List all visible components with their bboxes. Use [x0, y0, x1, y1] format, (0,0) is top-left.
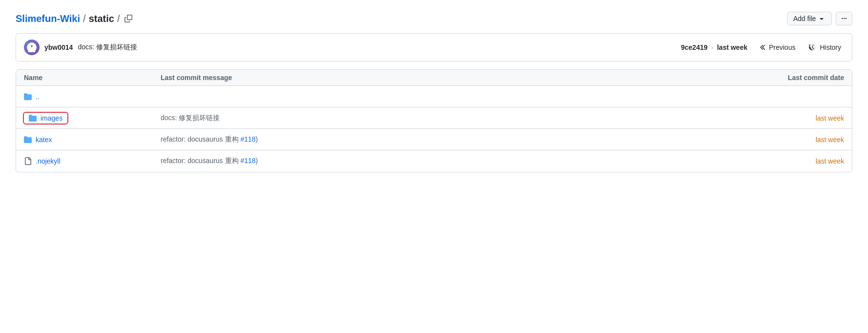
file-name-cell-highlighted: images [24, 112, 161, 125]
folder-icon [24, 136, 32, 144]
previous-label: Previous [769, 43, 795, 51]
copy-path-button[interactable] [123, 13, 134, 24]
nojekyll-commit-msg: refactor: docusaurus 重构 #118) [161, 157, 756, 166]
add-file-label: Add file [793, 15, 816, 22]
avatar [24, 40, 40, 55]
col-header-name: Name [24, 74, 161, 82]
table-header: Name Last commit message Last commit dat… [16, 70, 852, 86]
table-row: images docs: 修复损坏链接 last week [16, 107, 852, 129]
breadcrumb-sep2: / [117, 13, 120, 24]
page-header: Slimefun-Wiki / static / Add file ··· [16, 12, 852, 25]
commit-info-left: ybw0014 docs: 修复损坏链接 [24, 40, 137, 55]
file-name-cell: .nojekyll [24, 157, 161, 165]
katex-commit-msg: refactor: docusaurus 重构 #118) [161, 135, 756, 144]
commit-message: docs: 修复损坏链接 [78, 43, 137, 52]
chevron-down-icon [818, 15, 826, 22]
header-actions: Add file ··· [787, 12, 852, 25]
table-row: .nojekyll refactor: docusaurus 重构 #118) … [16, 150, 852, 172]
breadcrumb-sep1: / [83, 13, 86, 24]
copy-icon [124, 15, 132, 22]
breadcrumb: Slimefun-Wiki / static / [16, 13, 134, 24]
commit-hash-info: 9ce2419 · last week [681, 43, 747, 51]
commit-hash[interactable]: 9ce2419 [681, 43, 708, 51]
commit-info-right: 9ce2419 · last week Previous History [681, 42, 844, 53]
table-row: .. [16, 86, 852, 107]
images-folder-link[interactable]: images [41, 114, 62, 122]
more-options-button[interactable]: ··· [836, 12, 852, 25]
previous-button[interactable]: Previous [755, 42, 798, 53]
commit-time: last week [717, 43, 747, 51]
history-icon [809, 43, 817, 51]
previous-icon [758, 43, 766, 51]
parent-dir-link[interactable]: .. [36, 93, 40, 101]
file-icon [24, 157, 32, 165]
katex-commit-date: last week [756, 136, 844, 144]
katex-commit-link[interactable]: #118 [240, 135, 255, 143]
history-button[interactable]: History [806, 42, 844, 53]
nojekyll-commit-date: last week [756, 157, 844, 165]
add-file-button[interactable]: Add file [787, 12, 832, 25]
images-commit-msg: docs: 修复损坏链接 [161, 114, 756, 123]
file-name-cell: .. [24, 93, 161, 101]
table-row: katex refactor: docusaurus 重构 #118) last… [16, 129, 852, 150]
folder-icon [24, 93, 32, 101]
katex-folder-link[interactable]: katex [36, 136, 52, 144]
breadcrumb-current: static [89, 13, 114, 24]
commit-bar: ybw0014 docs: 修复损坏链接 9ce2419 · last week… [16, 33, 852, 62]
col-header-message: Last commit message [161, 74, 756, 82]
nojekyll-commit-link[interactable]: #118 [240, 157, 255, 165]
nojekyll-file-link[interactable]: .nojekyll [36, 157, 61, 165]
file-name-cell: katex [24, 136, 161, 144]
images-commit-date: last week [756, 114, 844, 122]
folder-icon [29, 114, 37, 122]
history-label: History [820, 43, 841, 51]
commit-author[interactable]: ybw0014 [44, 43, 73, 51]
breadcrumb-repo-link[interactable]: Slimefun-Wiki [16, 13, 80, 24]
file-table: Name Last commit message Last commit dat… [16, 69, 852, 172]
col-header-date: Last commit date [756, 74, 844, 82]
